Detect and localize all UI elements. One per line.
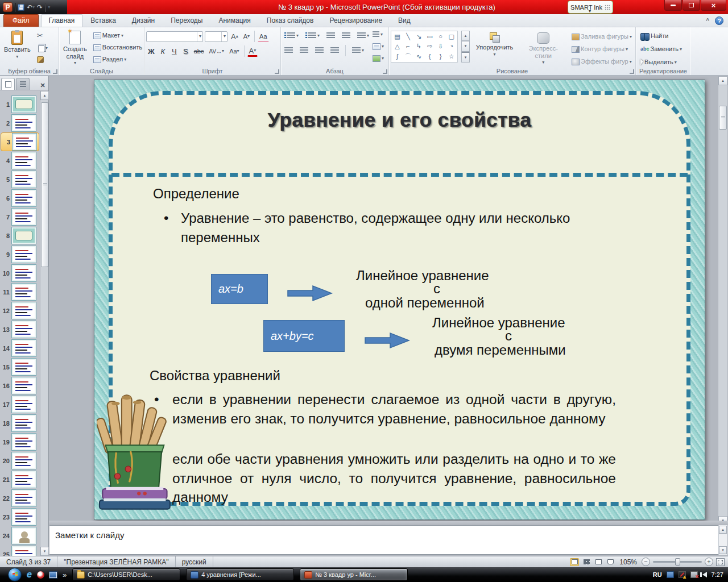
slide-thumbnail[interactable]: 11 bbox=[1, 282, 39, 301]
slide-thumbnail[interactable]: 13 bbox=[1, 320, 39, 339]
slide-thumbnail[interactable]: 6 bbox=[1, 189, 39, 207]
format-painter-button[interactable] bbox=[35, 55, 49, 64]
slide-sorter-button[interactable] bbox=[582, 558, 591, 566]
convert-smartart-button[interactable]: ▾ bbox=[371, 54, 386, 63]
shapes-scroll-down[interactable]: ▾ bbox=[461, 41, 470, 51]
change-case-button[interactable]: Aa▾ bbox=[228, 46, 241, 57]
shape-icon[interactable]: { bbox=[429, 53, 431, 60]
books-clipart[interactable] bbox=[97, 392, 175, 514]
tray-network-icon[interactable] bbox=[690, 571, 698, 578]
editor-scroll-thumb[interactable] bbox=[719, 106, 727, 130]
internet-explorer-button[interactable]: e bbox=[27, 569, 32, 580]
strikethrough-button[interactable]: abc bbox=[192, 46, 206, 57]
shape-icon[interactable]: ▭ bbox=[427, 34, 432, 40]
decrease-indent-button[interactable] bbox=[325, 31, 337, 40]
align-right-button[interactable] bbox=[313, 46, 325, 55]
reading-view-button[interactable] bbox=[594, 558, 603, 566]
shapes-more-button[interactable]: ▾ bbox=[461, 52, 470, 63]
line-spacing-button[interactable]: ▾ bbox=[355, 31, 371, 40]
zoom-slider[interactable] bbox=[653, 561, 702, 563]
slide-thumbnail[interactable]: 21 bbox=[1, 470, 39, 489]
slide-thumbnail[interactable]: 9 bbox=[1, 245, 39, 264]
language-switcher[interactable]: RU bbox=[653, 571, 662, 578]
clear-formatting-button[interactable]: Aa bbox=[258, 31, 268, 42]
qat-customize-button[interactable]: ▾ bbox=[48, 5, 50, 10]
slide-thumbnail[interactable]: 10 bbox=[1, 264, 39, 282]
align-center-button[interactable] bbox=[298, 46, 310, 55]
slide-thumbnail[interactable]: 4 bbox=[1, 151, 39, 170]
powerpoint-app-icon[interactable]: P bbox=[3, 2, 13, 12]
shape-icon[interactable]: ◔ bbox=[449, 43, 453, 49]
bold-button[interactable]: Ж bbox=[146, 46, 156, 57]
paragraph-dialog-launcher[interactable] bbox=[383, 69, 387, 74]
underline-button[interactable]: Ч bbox=[169, 46, 179, 57]
remote-window-button[interactable] bbox=[49, 572, 57, 578]
shape-icon[interactable]: ○ bbox=[439, 34, 442, 40]
reset-button[interactable]: Восстановить bbox=[92, 43, 144, 52]
shape-icon[interactable]: ⌒ bbox=[405, 53, 411, 60]
save-button[interactable] bbox=[18, 4, 24, 11]
slide-thumbnail[interactable]: 2 bbox=[1, 114, 39, 132]
zoom-in-button[interactable]: + bbox=[705, 558, 713, 566]
layout-button[interactable]: Макет▾ bbox=[92, 31, 144, 40]
shape-icon[interactable]: } bbox=[440, 53, 442, 60]
paste-button[interactable]: Вставить ▾ bbox=[2, 29, 33, 64]
ribbon-tab[interactable]: Вид bbox=[390, 14, 419, 27]
slide-thumbnail[interactable]: 12 bbox=[1, 301, 39, 320]
increase-indent-button[interactable] bbox=[340, 31, 352, 40]
slide-thumbnail[interactable]: 24 bbox=[1, 526, 39, 545]
grow-font-button[interactable]: А▴ bbox=[229, 31, 240, 42]
equation-box-1[interactable]: ax=b bbox=[211, 274, 268, 304]
undo-button[interactable]: ↶▾ bbox=[27, 4, 35, 11]
slide-thumbnail[interactable]: 7 bbox=[1, 207, 39, 226]
bullets-button[interactable]: ▾ bbox=[283, 31, 300, 40]
shapes-scroll-up[interactable]: ▴ bbox=[461, 31, 470, 41]
italic-button[interactable]: К bbox=[158, 46, 168, 57]
tab-slides-thumbnails[interactable] bbox=[1, 78, 15, 90]
shapes-gallery[interactable]: ▤╲↘▭○▢△⌐↳⇨⇩◔ʃ⌒∿{}☆ bbox=[391, 31, 458, 63]
text-shadow-button[interactable]: S bbox=[181, 46, 191, 57]
ribbon-tab[interactable]: Переходы bbox=[163, 14, 210, 27]
shape-icon[interactable]: ↘ bbox=[416, 34, 421, 40]
smart-ink-button[interactable]: SMART Ink ▾ bbox=[568, 1, 613, 14]
properties-heading[interactable]: Свойства уравнений bbox=[150, 368, 280, 384]
minimize-button[interactable] bbox=[664, 0, 682, 11]
slide-thumbnail[interactable]: 1 bbox=[1, 95, 39, 114]
ribbon-tab[interactable]: Вставка bbox=[82, 14, 124, 27]
numbering-button[interactable]: ▾ bbox=[304, 31, 321, 40]
property-bullet-2[interactable]: если обе части уравнения умножить или ра… bbox=[148, 450, 616, 507]
tray-antivirus-icon[interactable] bbox=[679, 571, 686, 578]
slide-thumbnail[interactable]: 8 bbox=[1, 226, 39, 245]
shrink-font-button[interactable]: А▾ bbox=[242, 31, 251, 42]
slide-thumbnail[interactable]: 23 bbox=[1, 508, 39, 526]
redo-button[interactable]: ↷ bbox=[37, 4, 43, 11]
panel-scroll-down[interactable]: ▾ bbox=[40, 547, 49, 556]
slide-thumbnail[interactable]: 18 bbox=[1, 414, 39, 433]
shape-icon[interactable]: ⇨ bbox=[427, 43, 432, 49]
language-indicator[interactable]: русский bbox=[176, 556, 213, 567]
font-dialog-launcher[interactable] bbox=[275, 69, 279, 74]
cut-button[interactable]: ✂ bbox=[35, 30, 49, 41]
definition-bullet[interactable]: Уравнение – это равенство, содержащее од… bbox=[158, 209, 585, 247]
taskbar-window-button[interactable]: C:\Users\USER\Desk... bbox=[72, 568, 180, 581]
property-bullet-1[interactable]: если в уравнении перенести слагаемое из … bbox=[148, 390, 616, 428]
new-slide-button[interactable]: Создать слайд ▾ bbox=[61, 29, 89, 67]
arrow-1[interactable] bbox=[287, 284, 333, 302]
shape-icon[interactable]: ↳ bbox=[416, 43, 421, 49]
ribbon-tab[interactable]: Дизайн bbox=[124, 14, 163, 27]
section-button[interactable]: Раздел▾ bbox=[92, 55, 144, 64]
close-panel-button[interactable]: ✕ bbox=[38, 81, 47, 90]
minimize-ribbon-icon[interactable]: ^ bbox=[706, 18, 709, 24]
start-button[interactable] bbox=[8, 568, 22, 581]
justify-button[interactable] bbox=[329, 46, 341, 55]
shape-fill-button[interactable]: Заливка фигуры▾ bbox=[570, 32, 634, 41]
notes-scroll-up[interactable]: ▴ bbox=[719, 526, 727, 534]
find-button[interactable]: Найти bbox=[639, 31, 689, 41]
ribbon-tab[interactable]: Файл bbox=[3, 14, 39, 27]
shape-icon[interactable]: ▢ bbox=[449, 34, 454, 40]
arrow-2[interactable] bbox=[364, 331, 411, 350]
ribbon-tab[interactable]: Анимация bbox=[210, 14, 258, 27]
slide-thumbnail[interactable]: 20 bbox=[1, 451, 39, 470]
ribbon-tab[interactable]: Показ слайдов bbox=[259, 14, 322, 27]
shape-icon[interactable]: △ bbox=[395, 43, 399, 49]
